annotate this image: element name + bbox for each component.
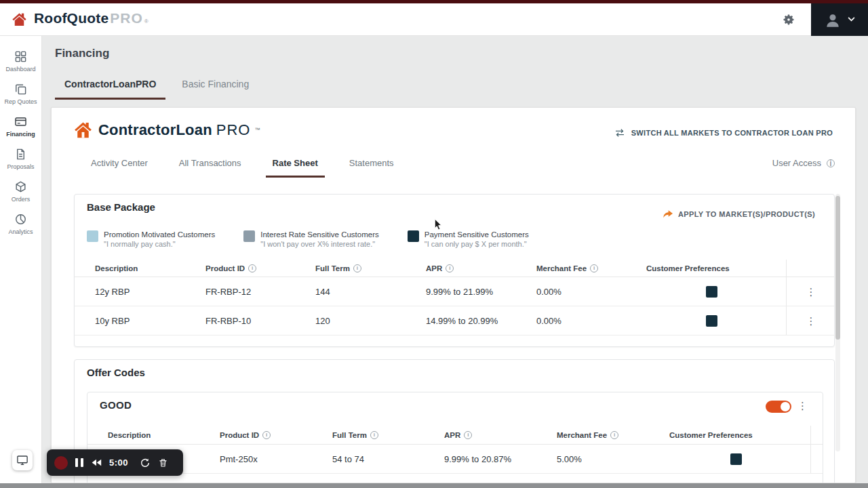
info-icon[interactable] [446,264,454,272]
offer-codes-table: Description Product ID Full Term APR Mer… [87,426,823,474]
main-content: Financing ContractorLoanPRO Basic Financ… [42,36,868,488]
page-tabs: ContractorLoanPRO Basic Financing [55,73,258,100]
cell-customer-preference [646,285,786,297]
legend-label: Payment Sensitive Customers [425,230,529,239]
base-package-title: Base Package [87,201,155,213]
tab-rate-sheet[interactable]: Rate Sheet [266,158,325,178]
cell-apr: 14.99% to 20.99% [426,316,536,326]
row-menu-button[interactable] [802,314,821,327]
cell-actions [810,445,824,473]
preference-swatch [706,286,717,298]
brand-suffix: PRO [110,10,143,26]
info-icon[interactable] [262,431,271,439]
tab-all-transactions[interactable]: All Transactions [172,158,248,178]
offer-group-good: GOOD Description Product ID Full Term AP… [87,392,823,483]
delete-recording-button[interactable] [158,458,168,468]
monitor-icon [16,454,28,466]
col-header-customer-preferences: Customer Preferences [646,264,786,272]
cell-full-term: 54 to 74 [332,454,444,464]
panel-scrollbar[interactable] [835,194,840,451]
cell-product-id: FR-RBP-12 [205,287,315,297]
tab-contractorloanpro[interactable]: ContractorLoanPRO [55,73,165,100]
user-access-link[interactable]: User Access [772,158,835,168]
sidebar-item-analytics[interactable]: Analytics [0,211,41,237]
sidebar-item-label: Rep Quotes [4,98,37,105]
legend-swatch-promotion [87,230,98,242]
clp-logo-suffix: PRO [216,121,251,139]
cell-merchant-fee: 0.00% [536,316,646,326]
pause-button[interactable] [75,458,83,467]
info-icon[interactable] [353,264,361,272]
sidebar: Dashboard Rep Quotes Financing [0,36,42,483]
app-window: RoofQuote PRO ® [0,0,868,488]
stop-record-button[interactable] [54,456,68,470]
top-window-strip [0,0,868,3]
sidebar-item-label: Financing [6,131,35,138]
cell-full-term: 144 [315,287,426,297]
cell-description: 12y RBP [95,287,205,297]
offer-group-menu-button[interactable] [793,399,812,412]
apply-to-markets-link[interactable]: APPLY TO MARKET(S)/PRODUCT(S) [663,209,815,219]
user-access-label: User Access [772,158,821,168]
sidebar-item-financing[interactable]: Financing [0,113,41,140]
info-icon[interactable] [590,264,598,272]
apply-arrow-icon [663,209,673,219]
apply-link-label: APPLY TO MARKET(S)/PRODUCT(S) [678,210,815,218]
rep-quotes-icon [14,83,27,96]
recording-timer: 5:00 [109,458,128,468]
sidebar-item-rep-quotes[interactable]: Rep Quotes [0,81,41,107]
col-header-full-term: Full Term [315,264,426,272]
contractorloan-house-icon [72,119,94,141]
base-package-table: Description Product ID Full Term APR Mer… [75,260,834,336]
col-header-actions [810,426,824,444]
cell-actions [786,306,835,335]
cell-product-id: Pmt-250x [220,454,332,464]
scrollbar-thumb[interactable] [835,196,840,340]
tab-statements[interactable]: Statements [342,158,401,178]
offer-group-toggle[interactable] [766,401,791,413]
table-header-row: Description Product ID Full Term APR Mer… [75,260,834,277]
screen-share-button[interactable] [12,450,33,470]
offer-group-name: GOOD [100,399,132,411]
sidebar-item-orders[interactable]: Orders [0,178,41,205]
info-icon[interactable] [610,431,618,439]
tab-basic-financing[interactable]: Basic Financing [172,73,258,100]
sidebar-item-label: Proposals [7,163,34,170]
tab-activity-center[interactable]: Activity Center [84,158,155,178]
sidebar-item-dashboard[interactable]: Dashboard [0,48,41,75]
restart-button[interactable] [140,458,151,468]
analytics-icon [14,213,27,226]
info-icon[interactable] [827,159,835,167]
col-header-product-id: Product ID [220,431,332,439]
info-icon[interactable] [248,264,256,272]
legend-quote: "I can only pay $ X per month." [425,239,529,249]
switch-link-label: SWITCH ALL MARKETS TO CONTRACTOR LOAN PR… [631,129,833,137]
col-header-description: Description [95,264,205,272]
brand-name: RoofQuote [34,10,108,26]
col-header-apr: APR [426,264,536,272]
sidebar-item-proposals[interactable]: Proposals [0,146,41,172]
col-header-apr: APR [444,431,557,439]
col-header-full-term: Full Term [332,431,444,439]
col-header-description: Description [108,431,220,439]
app-logo[interactable]: RoofQuote PRO ® [0,10,149,28]
base-package-card: Base Package APPLY TO MARKET(S)/PRODUCT(… [74,194,835,347]
info-icon[interactable] [370,431,378,439]
chevron-down-icon [848,17,855,22]
preference-swatch [730,453,742,465]
table-header-row: Description Product ID Full Term APR Mer… [87,426,823,445]
financing-icon [14,115,27,128]
cell-actions [786,277,835,306]
info-icon[interactable] [464,431,472,439]
bottom-window-strip [0,483,868,488]
restart-icon [140,458,151,468]
switch-all-markets-link[interactable]: SWITCH ALL MARKETS TO CONTRACTOR LOAN PR… [614,128,833,138]
account-menu[interactable] [811,3,868,36]
page-title: Financing [55,47,109,60]
col-header-merchant-fee: Merchant Fee [557,431,669,439]
trash-icon [158,458,168,468]
settings-gear-icon[interactable] [781,12,796,27]
row-menu-button[interactable] [802,285,821,298]
col-header-product-id: Product ID [205,264,315,272]
rewind-button[interactable] [91,458,102,467]
